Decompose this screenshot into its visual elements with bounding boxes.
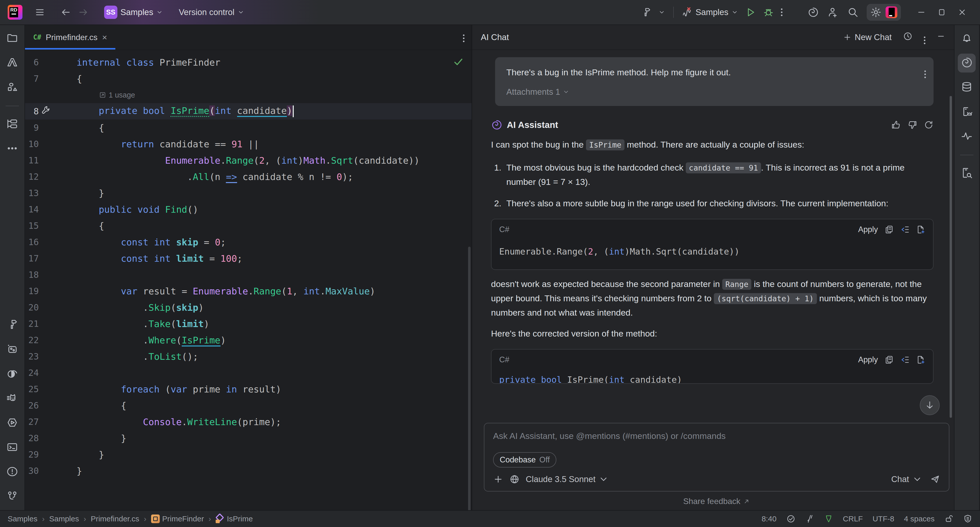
tool-services-button[interactable] <box>6 343 18 356</box>
copy-icon[interactable] <box>885 225 894 234</box>
check-circle-icon[interactable] <box>786 514 795 524</box>
thumbs-up-icon[interactable] <box>891 120 901 130</box>
inspection-ok-icon[interactable] <box>453 56 464 67</box>
tool-database-button[interactable] <box>961 81 973 94</box>
model-selector[interactable]: Claude 3.5 Sonnet <box>526 474 609 484</box>
code-line[interactable]: 26 { <box>25 397 472 414</box>
tool-notifications-button[interactable] <box>961 32 973 45</box>
tool-assemblies-button[interactable] <box>6 57 18 70</box>
chat-input-box[interactable]: Ask AI Assistant, use @mentions (#mentio… <box>484 423 950 492</box>
gutter[interactable]: 14 <box>25 204 76 215</box>
window-maximize-button[interactable] <box>932 8 952 17</box>
debug-button[interactable] <box>759 4 777 21</box>
gutter[interactable]: 20 <box>25 302 76 312</box>
back-button[interactable] <box>57 4 75 21</box>
gutter[interactable]: 24 <box>25 368 76 378</box>
gutter[interactable]: 29 <box>25 449 76 460</box>
tool-find-usages-button[interactable] <box>961 167 973 180</box>
code-line[interactable]: 14 public void Find() <box>25 201 472 218</box>
gutter[interactable]: 12 <box>25 172 76 182</box>
code-block-content[interactable]: Enumerable.Range(2, (int)Math.Sqrt(candi… <box>492 236 933 269</box>
tool-problems-button[interactable] <box>6 466 18 479</box>
run-configuration-selector[interactable]: Samples <box>678 4 741 21</box>
build-options-button[interactable] <box>655 6 669 19</box>
gutter[interactable]: 28 <box>25 433 76 443</box>
code-line[interactable]: 13 } <box>25 185 472 201</box>
window-minimize-button[interactable] <box>911 8 932 17</box>
code-line[interactable]: 21 .Take(limit) <box>25 315 472 332</box>
apply-button[interactable]: Apply <box>858 355 878 365</box>
gutter[interactable]: 8 <box>25 105 76 118</box>
code-line[interactable]: 10 return candidate == 91 || <box>25 136 472 152</box>
breadcrumb-item[interactable]: Samples <box>49 514 79 523</box>
gutter[interactable]: 6 <box>25 57 76 67</box>
attach-plus-icon[interactable] <box>493 474 503 484</box>
gutter[interactable]: 27 <box>25 417 76 427</box>
code-line[interactable]: 29 } <box>25 446 472 463</box>
more-actions-button[interactable] <box>777 5 786 19</box>
gutter[interactable]: 23 <box>25 351 76 361</box>
code-line[interactable]: 8 private bool IsPrime(int candidate) <box>25 103 472 119</box>
new-file-icon[interactable] <box>916 355 925 365</box>
insert-at-caret-icon[interactable] <box>900 225 910 234</box>
editor-scrollbar[interactable] <box>468 247 471 510</box>
code-line[interactable]: 15 { <box>25 218 472 234</box>
code-line[interactable]: 11 Enumerable.Range(2, (int)Math.Sqrt(ca… <box>25 152 472 169</box>
gutter[interactable]: 21 <box>25 318 76 329</box>
caret-position[interactable]: 8:40 <box>762 514 776 523</box>
tool-device-manager-button[interactable] <box>961 106 973 118</box>
chat-scrollbar[interactable] <box>950 96 952 418</box>
code-line[interactable]: 23 .ToList(); <box>25 348 472 365</box>
breadcrumb-item[interactable]: Primefinder.cs <box>91 514 139 523</box>
tab-primefinder[interactable]: C# Primefinder.cs × <box>25 25 115 49</box>
breadcrumb-item[interactable]: PrimeFinder <box>151 514 204 523</box>
breadcrumb[interactable]: Samples›Samples›Primefinder.cs›PrimeFind… <box>8 514 253 523</box>
tool-structure-button[interactable] <box>6 81 18 94</box>
gutter[interactable]: 9 <box>25 123 76 133</box>
breadcrumb-item[interactable]: IsPrime <box>216 514 253 523</box>
code-line[interactable]: 19 var result = Enumerable.Range(1, int.… <box>25 283 472 299</box>
gutter[interactable]: 22 <box>25 335 76 345</box>
code-line[interactable]: 30} <box>25 463 472 479</box>
settings-profile-group[interactable] <box>867 4 901 21</box>
highlighting-icon[interactable] <box>805 514 815 524</box>
message-options-button[interactable] <box>924 68 926 78</box>
chat-messages[interactable]: There's a bug in the IsPrime method. Hel… <box>472 50 954 421</box>
tool-run-button[interactable] <box>6 417 18 430</box>
run-button[interactable] <box>741 4 759 21</box>
gutter[interactable]: 13 <box>25 188 76 198</box>
chat-minimize-button[interactable] <box>937 32 945 43</box>
code-line[interactable]: 6internal class PrimeFinder <box>25 54 472 70</box>
gutter[interactable]: 16 <box>25 237 76 247</box>
code-line[interactable]: 16 const int skip = 0; <box>25 234 472 250</box>
code-line[interactable]: 12 .All(n => candidate % n != 0); <box>25 169 472 185</box>
encoding-selector[interactable]: UTF-8 <box>873 514 894 523</box>
tab-close-icon[interactable]: × <box>102 32 107 42</box>
code-line[interactable]: 24 <box>25 365 472 381</box>
tool-more-button[interactable] <box>6 142 18 155</box>
version-control-menu[interactable]: Version control <box>175 4 248 20</box>
apply-button[interactable]: Apply <box>858 225 878 234</box>
code-block-content[interactable]: private bool IsPrime(int candidate) <box>492 366 933 384</box>
tool-folder-button[interactable] <box>6 32 18 45</box>
line-ending-selector[interactable]: CRLF <box>843 514 863 523</box>
inspections-shield-icon[interactable] <box>824 514 833 524</box>
code-line[interactable]: 22 .Where(IsPrime) <box>25 332 472 348</box>
code-line[interactable]: 9 { <box>25 119 472 136</box>
editor-content[interactable]: 6internal class PrimeFinder7{1 usage8 pr… <box>25 50 472 510</box>
codebase-toggle[interactable]: Codebase Off <box>493 452 556 468</box>
breadcrumb-item[interactable]: Samples <box>8 514 38 523</box>
tool-commits-button[interactable] <box>6 118 18 131</box>
new-chat-button[interactable]: New Chat <box>843 32 892 42</box>
gutter[interactable]: 10 <box>25 139 76 149</box>
lock-open-icon[interactable] <box>944 514 953 524</box>
mode-selector[interactable]: Chat <box>891 474 922 484</box>
code-with-me-button[interactable] <box>824 3 842 21</box>
code-line[interactable]: 18 <box>25 267 472 283</box>
attachments-toggle[interactable]: Attachments 1 <box>506 87 922 97</box>
regenerate-icon[interactable] <box>924 120 934 130</box>
new-file-icon[interactable] <box>916 225 925 234</box>
tool-terminal-button[interactable] <box>6 441 18 454</box>
code-line[interactable]: 7{ <box>25 70 472 87</box>
chat-history-button[interactable] <box>903 32 913 43</box>
